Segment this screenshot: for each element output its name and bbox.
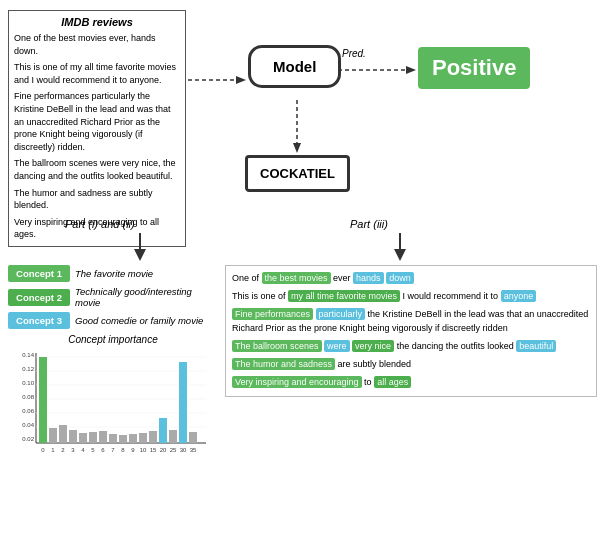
- concept-3-label: Concept 3: [8, 312, 70, 329]
- main-container: IMDB reviews One of the best movies ever…: [0, 0, 606, 536]
- svg-text:0: 0: [41, 447, 45, 453]
- r4-beautiful: beautiful: [516, 340, 556, 352]
- arrow-model-cockatiel: [282, 100, 312, 155]
- concept-2-label: Concept 2: [8, 289, 70, 306]
- svg-marker-9: [236, 76, 246, 84]
- concept-2-text: Technically good/interesting movie: [75, 286, 218, 308]
- svg-marker-11: [406, 66, 416, 74]
- r2-i: I would recommend it to: [403, 291, 501, 301]
- right-line-3: Fine performances particularly the Krist…: [232, 308, 590, 336]
- svg-text:0.04: 0.04: [22, 422, 34, 428]
- r4-ballroom: The ballroom scenes: [232, 340, 322, 352]
- right-line-5: The humor and sadness are subtly blended: [232, 358, 590, 372]
- r1-one-of: One of: [232, 273, 262, 283]
- svg-text:0.02: 0.02: [22, 436, 34, 442]
- svg-rect-45: [159, 418, 167, 443]
- r3-fine: Fine performances: [232, 308, 313, 320]
- svg-text:30: 30: [180, 447, 187, 453]
- right-line-1: One of the best movies ever hands down: [232, 272, 590, 286]
- concept-3-row: Concept 3 Good comedie or family movie: [8, 312, 218, 329]
- right-bottom-panel: One of the best movies ever hands down T…: [225, 265, 597, 397]
- r2-anyone: anyone: [501, 290, 537, 302]
- positive-label: Positive: [418, 47, 530, 89]
- svg-text:9: 9: [131, 447, 135, 453]
- arrow-imdb-model: [188, 70, 248, 90]
- svg-rect-44: [149, 431, 157, 443]
- concept-1-row: Concept 1 The favorite movie: [8, 265, 218, 282]
- part-iii-label: Part (iii): [350, 218, 388, 230]
- r6-inspiring: Very inspiring and encouraging: [232, 376, 362, 388]
- imdb-content: One of the best movies ever, hands down.…: [14, 32, 180, 241]
- right-line-6: Very inspiring and encouraging to all ag…: [232, 376, 590, 390]
- svg-text:7: 7: [111, 447, 115, 453]
- r4-dancing: the dancing the outfits looked: [397, 341, 517, 351]
- r2-this: This is one of: [232, 291, 288, 301]
- svg-rect-34: [49, 428, 57, 443]
- svg-rect-35: [59, 425, 67, 443]
- svg-text:2: 2: [61, 447, 65, 453]
- svg-text:25: 25: [170, 447, 177, 453]
- imdb-line5: The humor and sadness are subtly blended…: [14, 187, 180, 212]
- svg-text:5: 5: [91, 447, 95, 453]
- svg-rect-41: [119, 435, 127, 443]
- svg-rect-43: [139, 433, 147, 443]
- svg-marker-17: [394, 249, 406, 261]
- svg-text:35: 35: [190, 447, 197, 453]
- svg-text:0.08: 0.08: [22, 394, 34, 400]
- svg-rect-38: [89, 432, 97, 443]
- r2-favorite: my all time favorite movies: [288, 290, 400, 302]
- r4-very-nice: very nice: [352, 340, 394, 352]
- svg-marker-15: [134, 249, 146, 261]
- r1-best-movies: the best movies: [262, 272, 331, 284]
- imdb-line4: The ballroom scenes were very nice, the …: [14, 157, 180, 182]
- r6-to: to: [364, 377, 374, 387]
- r4-were-hl: were: [324, 340, 350, 352]
- model-box-2: Model: [248, 45, 341, 88]
- svg-rect-40: [109, 434, 117, 443]
- svg-text:0.10: 0.10: [22, 380, 34, 386]
- chart-svg: 0.14 0.12 0.10 0.08 0.06 0.04 0.02: [8, 348, 208, 458]
- concept-1-text: The favorite movie: [75, 268, 153, 279]
- imdb-line3: Fine performances particularly the Krist…: [14, 90, 180, 153]
- r3-particularly-hl: particularly: [316, 308, 366, 320]
- imdb-reviews-box: IMDB reviews One of the best movies ever…: [8, 10, 186, 247]
- r1-down: down: [386, 272, 414, 284]
- svg-text:20: 20: [160, 447, 167, 453]
- pred-text: Pred.: [342, 48, 366, 59]
- svg-text:1: 1: [51, 447, 55, 453]
- svg-text:0.14: 0.14: [22, 352, 34, 358]
- left-bottom-panel: Concept 1 The favorite movie Concept 2 T…: [8, 265, 218, 458]
- concept-chart: 0.14 0.12 0.10 0.08 0.06 0.04 0.02: [8, 348, 208, 458]
- concept-1-label: Concept 1: [8, 265, 70, 282]
- imdb-reviews-title: IMDB reviews: [14, 16, 180, 28]
- r1-hands: hands: [353, 272, 384, 284]
- right-line-4: The ballroom scenes were very nice the d…: [232, 340, 590, 354]
- svg-text:0.12: 0.12: [22, 366, 34, 372]
- svg-text:4: 4: [81, 447, 85, 453]
- svg-text:3: 3: [71, 447, 75, 453]
- concept-importance-label: Concept importance: [8, 334, 218, 345]
- arrow-down-right: [390, 233, 410, 261]
- svg-rect-36: [69, 430, 77, 443]
- cockatiel-box-2: COCKATIEL: [245, 155, 350, 192]
- part-i-ii-label: Part (i) and (ii): [65, 218, 135, 230]
- svg-rect-39: [99, 431, 107, 443]
- svg-rect-48: [189, 432, 197, 443]
- r5-rest: are subtly blended: [338, 359, 412, 369]
- svg-text:0.06: 0.06: [22, 408, 34, 414]
- arrow-model-positive: [338, 60, 418, 80]
- r1-ever: ever: [333, 273, 353, 283]
- svg-rect-47: [179, 362, 187, 443]
- svg-text:10: 10: [140, 447, 147, 453]
- svg-text:6: 6: [101, 447, 105, 453]
- svg-rect-42: [129, 434, 137, 443]
- svg-rect-46: [169, 430, 177, 443]
- svg-text:15: 15: [150, 447, 157, 453]
- svg-rect-33: [39, 357, 47, 443]
- svg-rect-37: [79, 433, 87, 443]
- arrow-down-left: [130, 233, 150, 261]
- concept-3-text: Good comedie or family movie: [75, 315, 203, 326]
- concept-2-row: Concept 2 Technically good/interesting m…: [8, 286, 218, 308]
- r6-all-ages: all ages: [374, 376, 411, 388]
- imdb-line2: This is one of my all time favorite movi…: [14, 61, 180, 86]
